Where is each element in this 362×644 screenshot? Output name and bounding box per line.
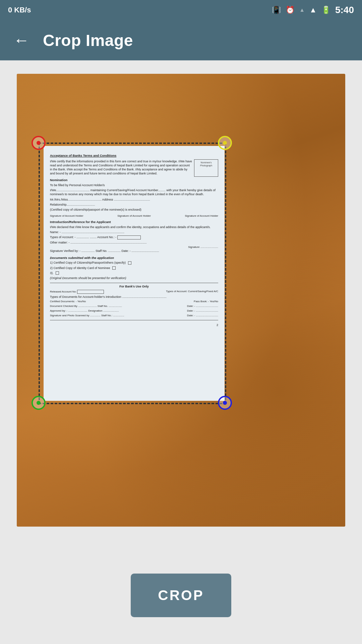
date3: Date: - ..............................	[187, 314, 218, 318]
signature-right: Signature ........................	[50, 246, 218, 249]
battery-icon: 🔋	[321, 6, 330, 14]
nomination-sub: To be filled by Personal Account Holder/…	[50, 183, 218, 187]
approved-row: Approved by: - .........................…	[50, 309, 218, 313]
released-row: Released Account No: Types of Account: C…	[50, 290, 218, 294]
toolbar: ← Crop Image	[0, 20, 362, 60]
docs-section: Documents submitted with the application…	[50, 256, 218, 280]
nominee-photo-box: Nominee's Photograph	[194, 159, 218, 177]
relationship-line: Relationship............................…	[50, 203, 218, 207]
status-icons: 📳 ⏰ ▲ ▲ 🔋 5:40	[272, 5, 354, 15]
signature-row: Signature of Account Holder Signature of…	[50, 214, 218, 218]
doc1: 1) Certified Copy of Citizenship/Passpor…	[50, 261, 218, 265]
nomination-body: I/We....................................…	[50, 188, 218, 196]
name-line: Name: - ................................…	[50, 230, 218, 234]
bank-title: For Bank's Use Only	[50, 284, 218, 288]
types-docs: Types of Documents for Account-holder's …	[50, 295, 218, 299]
handle-top-left[interactable]	[32, 136, 46, 150]
doc2: 2) Certified Copy of Identity Card of No…	[50, 266, 218, 270]
main-content: Acceptance of Banks Terms and Conditions…	[0, 60, 362, 547]
intro-title: Introduction/Reference for the Applicant	[50, 220, 218, 224]
released-label: Released Account No:	[50, 290, 104, 294]
types-account-right: Types of Account: Current/Saving/Fixed A…	[166, 290, 218, 294]
approved-by: Approved by: - .........................…	[50, 309, 119, 313]
verified-line: Signature Verified by: - ...............…	[50, 249, 218, 253]
vibrate-icon: 📳	[272, 6, 281, 14]
scanned-row: Signature and Photo Scanned by .........…	[50, 314, 218, 318]
image-container: Acceptance of Banks Terms and Conditions…	[17, 74, 345, 527]
date2: Date: - ..............................	[187, 309, 218, 313]
signal-icon: ▲	[299, 7, 305, 13]
intro-body: I/We declared that I/We know the applica…	[50, 225, 218, 229]
document-content: Acceptance of Banks Terms and Conditions…	[45, 148, 223, 399]
certified-docs: Certified Documents: - Yes/No	[50, 300, 86, 304]
doc-intro: Nominee's Photograph I/We certify that t…	[50, 159, 218, 176]
page-number: 2	[50, 323, 218, 327]
nomination-section: Nomination To be filled by Personal Acco…	[50, 178, 218, 212]
handle-top-right[interactable]	[218, 136, 232, 150]
bottom-area: CROP	[0, 547, 362, 644]
sig3: Signature of Account Holder	[185, 214, 218, 218]
certified-row: Certified Documents: - Yes/No Pass Book:…	[50, 300, 218, 304]
doc-note: (Original Documents should be presented …	[50, 276, 218, 280]
certified-note: (Certified copy of citizenship/passport …	[50, 208, 218, 212]
data-indicator: 0 KB/s	[8, 6, 31, 14]
date1: Date: - ..............................	[187, 305, 218, 308]
crop-button[interactable]: CROP	[131, 574, 231, 617]
bank-section: For Bank's Use Only Released Account No:…	[50, 283, 218, 327]
mr-line: Mr./Mrs./Miss...........................…	[50, 198, 218, 202]
intro-section: Introduction/Reference for the Applicant…	[50, 220, 218, 253]
sig2: Signature of Account Holder	[117, 214, 151, 218]
status-bar: 0 KB/s 📳 ⏰ ▲ ▲ 🔋 5:40	[0, 0, 362, 20]
alarm-icon: ⏰	[286, 6, 295, 14]
back-button[interactable]: ←	[10, 32, 33, 48]
signal-icon-full: ▲	[309, 6, 317, 14]
types-line: Types of Account: - ............... ....…	[50, 235, 218, 239]
doc-checked: Document Checked By ....................…	[50, 305, 122, 308]
doc-heading: Acceptance of Banks Terms and Conditions	[50, 154, 218, 158]
doc-paragraph: I/We certify that the informations provi…	[50, 159, 218, 176]
other-line: Other matter: - ........................…	[50, 240, 218, 245]
page-title: Crop Image	[43, 31, 133, 50]
sig-scanned: Signature and Photo Scanned by .........…	[50, 314, 124, 318]
sig1: Signature of Account Holder	[50, 214, 83, 218]
pass-book: Pass Book: - Yes/No	[194, 300, 218, 304]
clock: 5:40	[335, 5, 354, 15]
doc3: 3).	[50, 271, 218, 275]
handle-bottom-left[interactable]	[32, 396, 46, 410]
nomination-title: Nomination	[50, 178, 218, 182]
docs-title: Documents submitted with the application	[50, 256, 218, 260]
handle-bottom-right[interactable]	[218, 396, 232, 410]
doc-checked-row: Document Checked By ....................…	[50, 305, 218, 308]
